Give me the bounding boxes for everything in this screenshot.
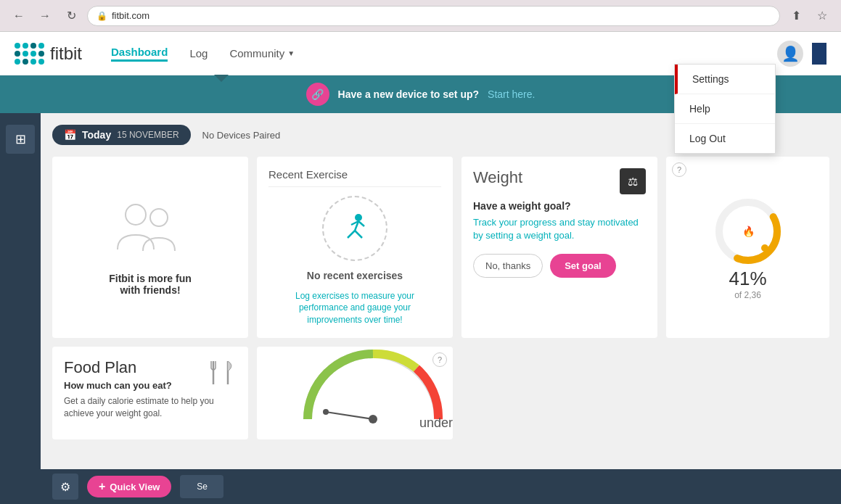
lock-icon: 🔒 xyxy=(97,11,107,21)
weight-buttons: No, thanks Set goal xyxy=(473,254,646,278)
svg-point-2 xyxy=(355,214,362,221)
gauge-card: ? under xyxy=(257,347,453,439)
card-grid: Fitbit is more fun with friends! Recent … xyxy=(52,157,829,439)
weight-icon-btn[interactable]: ⚖ xyxy=(620,168,646,194)
dropdown-help[interactable]: Help xyxy=(675,94,775,124)
dropdown-settings[interactable]: Settings xyxy=(675,65,775,94)
plus-icon: + xyxy=(99,480,105,493)
calorie-card: ? 🔥 41% of 2,36 xyxy=(666,157,829,338)
svg-point-1 xyxy=(150,209,168,226)
gauge-question-mark[interactable]: ? xyxy=(432,352,447,367)
reload-button[interactable]: ↻ xyxy=(61,6,81,26)
main-content: ⊞ 📅 Today 15 NOVEMBER No Devices Paired xyxy=(0,113,841,469)
food-card: Food Plan How much can you eat? Get a da… xyxy=(52,347,248,439)
svg-text:🔥: 🔥 xyxy=(742,226,755,238)
dropdown-logout[interactable]: Log Out xyxy=(675,124,775,153)
date-text: 15 NOVEMBER xyxy=(117,130,179,140)
sidebar: ⊞ xyxy=(0,113,41,469)
banner-link[interactable]: Start here. xyxy=(488,88,535,100)
share-button[interactable]: ⬆ xyxy=(786,6,806,26)
logo-dots xyxy=(15,43,44,65)
forward-button[interactable]: → xyxy=(35,6,55,26)
calorie-percent: 41% xyxy=(729,268,766,290)
exercise-empty: No recent exercises xyxy=(307,270,403,281)
svg-point-10 xyxy=(761,244,768,252)
logo-dot xyxy=(30,59,36,65)
browser-actions: ⬆ ☆ xyxy=(786,6,832,26)
header-arrow xyxy=(214,75,229,82)
logo-dot xyxy=(38,43,44,49)
weight-title: Weight xyxy=(473,168,522,187)
calorie-ring-svg: 🔥 xyxy=(712,195,784,268)
app-container: fitbit Dashboard Log Community ▼ 👤 Setti… xyxy=(0,32,841,504)
calorie-of: of 2,36 xyxy=(734,290,761,300)
header-right: 👤 xyxy=(777,41,826,67)
bookmark-button[interactable]: ☆ xyxy=(812,6,832,26)
logo-dot xyxy=(30,43,36,49)
logo: fitbit xyxy=(15,43,82,65)
today-label: Today xyxy=(82,129,111,141)
banner-text: Have a new device to set up? xyxy=(338,88,480,100)
svg-line-6 xyxy=(358,221,364,226)
avatar-icon: 👤 xyxy=(781,45,800,62)
weight-icon: ⚖ xyxy=(628,175,638,189)
logo-dot xyxy=(22,43,28,49)
se-button[interactable]: Se xyxy=(180,475,223,498)
weight-goal-text: Track your progress and stay motivated b… xyxy=(473,216,646,242)
svg-point-0 xyxy=(126,205,146,225)
sidebar-item-dashboard[interactable]: ⊞ xyxy=(6,125,35,154)
chevron-down-icon: ▼ xyxy=(287,49,295,57)
friends-text: Fitbit is more fun with friends! xyxy=(109,273,192,296)
set-goal-button[interactable]: Set goal xyxy=(550,254,616,278)
logo-dot xyxy=(15,51,20,57)
logo-dot xyxy=(22,51,28,57)
exercise-card: Recent Exercise xyxy=(257,157,453,338)
food-icon xyxy=(208,358,237,393)
logo-dot xyxy=(15,59,20,65)
weight-header: Weight ⚖ xyxy=(473,168,646,194)
address-bar[interactable]: 🔒 fitbit.com xyxy=(87,6,780,26)
quick-view-button[interactable]: + Quick View xyxy=(87,476,171,497)
date-pill: 📅 Today 15 NOVEMBER xyxy=(52,125,191,145)
gauge-label: under xyxy=(419,416,453,431)
weight-card: Weight ⚖ Have a weight goal? Track your … xyxy=(461,157,657,338)
back-button[interactable]: ← xyxy=(9,6,29,26)
logo-dot xyxy=(38,59,44,65)
svg-line-16 xyxy=(326,412,373,419)
nav-community[interactable]: Community ▼ xyxy=(229,47,295,59)
bottom-bar: ⚙ + Quick View Se xyxy=(0,469,841,504)
settings-icon: ⚙ xyxy=(60,480,70,494)
header: fitbit Dashboard Log Community ▼ 👤 Setti… xyxy=(0,32,841,75)
logo-dot xyxy=(38,51,44,57)
svg-line-4 xyxy=(348,231,355,238)
run-circle xyxy=(322,196,387,261)
grid-icon: ⊞ xyxy=(15,131,26,147)
svg-line-5 xyxy=(355,231,362,238)
no-thanks-button[interactable]: No, thanks xyxy=(473,254,543,278)
friends-icon xyxy=(107,199,194,264)
avatar-button[interactable]: 👤 xyxy=(777,41,803,67)
url-text: fitbit.com xyxy=(112,10,149,21)
food-text: Get a daily calorie estimate to help you… xyxy=(64,395,237,420)
flag-button[interactable] xyxy=(812,43,826,65)
svg-point-18 xyxy=(323,409,329,415)
browser-chrome: ← → ↻ 🔒 fitbit.com ⬆ ☆ xyxy=(0,0,841,32)
bottom-settings-button[interactable]: ⚙ xyxy=(52,474,78,500)
exercise-hint: Log exercises to measure your performanc… xyxy=(295,290,414,326)
friends-card: Fitbit is more fun with friends! xyxy=(52,157,248,338)
calendar-icon: 📅 xyxy=(64,129,76,141)
main-nav: Dashboard Log Community ▼ xyxy=(111,46,295,62)
exercise-title: Recent Exercise xyxy=(268,168,441,187)
logo-text: fitbit xyxy=(50,44,82,64)
nav-log[interactable]: Log xyxy=(189,47,208,59)
banner-icon: 🔗 xyxy=(306,83,329,106)
no-devices-text: No Devices Paired xyxy=(202,130,281,141)
logo-dot xyxy=(30,51,36,57)
svg-point-17 xyxy=(369,415,377,424)
question-mark[interactable]: ? xyxy=(672,162,686,177)
logo-dot xyxy=(15,43,20,49)
nav-dashboard[interactable]: Dashboard xyxy=(111,46,168,62)
content-area: 📅 Today 15 NOVEMBER No Devices Paired xyxy=(41,113,841,469)
weight-goal-title: Have a weight goal? xyxy=(473,200,646,212)
exercise-content: No recent exercises Log exercises to mea… xyxy=(268,196,441,326)
